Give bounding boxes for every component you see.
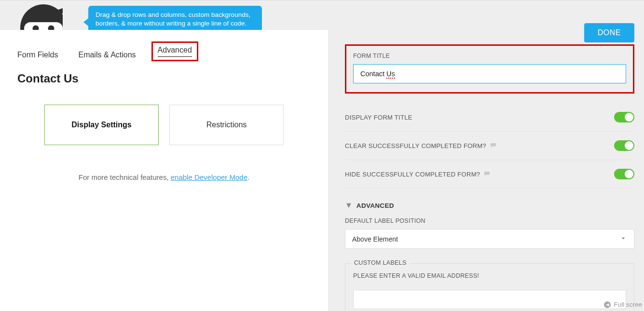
form-title-input[interactable]: Contact Us <box>353 64 626 83</box>
clear-completed-toggle[interactable] <box>614 140 634 151</box>
right-panel: FORM TITLE Contact Us DISPLAY FORM TITLE… <box>328 30 644 311</box>
developer-mode-note: For more technical features, enable Deve… <box>0 145 328 181</box>
advanced-section-header[interactable]: ▼ ADVANCED <box>345 189 634 215</box>
ninja-logo <box>10 1 63 30</box>
enable-developer-mode-link[interactable]: enable Developer Mode <box>171 173 247 181</box>
hint-icon[interactable] <box>484 171 490 177</box>
option-cards: Display Settings Restrictions <box>0 85 328 145</box>
page-title: Contact Us <box>0 61 328 85</box>
arrow-left-icon: ◄ <box>604 301 611 308</box>
fullscreen-label: Full scree <box>614 301 642 308</box>
tab-emails-actions[interactable]: Emails & Actions <box>78 51 136 61</box>
default-label-position-select[interactable]: Above Element <box>345 229 634 249</box>
hide-completed-toggle[interactable] <box>614 169 634 179</box>
card-restrictions[interactable]: Restrictions <box>169 105 284 145</box>
row-clear-completed: CLEAR SUCCESSFULLY COMPLETED FORM? <box>345 132 634 160</box>
hide-completed-label: HIDE SUCCESSFULLY COMPLETED FORM? <box>345 171 480 178</box>
form-title-highlight: FORM TITLE Contact Us <box>345 44 634 94</box>
tab-form-fields[interactable]: Form Fields <box>17 51 58 61</box>
form-title-value-prefix: Contact <box>360 70 386 78</box>
clear-completed-label: CLEAR SUCCESSFULLY COMPLETED FORM? <box>345 142 486 149</box>
custom-labels-group: CUSTOM LABELS PLEASE ENTER A VALID EMAIL… <box>345 263 634 311</box>
advanced-section-title: ADVANCED <box>356 202 394 209</box>
dev-note-suffix: . <box>247 173 249 181</box>
advanced-tab-highlight: Advanced <box>151 41 198 61</box>
chevron-down-icon <box>619 234 627 243</box>
fullscreen-button[interactable]: ◄ Full scree <box>604 301 642 308</box>
row-display-form-title: DISPLAY FORM TITLE <box>345 103 634 132</box>
dev-note-prefix: For more technical features, <box>79 173 171 181</box>
custom-labels-title: CUSTOM LABELS <box>351 259 410 266</box>
svg-rect-1 <box>24 22 63 30</box>
tab-advanced[interactable]: Advanced <box>158 46 192 57</box>
default-label-position-label: DEFAULT LABEL POSITION <box>345 215 634 229</box>
form-title-value-spell: Us <box>386 70 395 79</box>
settings-tabs: Form Fields Emails & Actions Advanced <box>0 30 328 61</box>
card-display-settings[interactable]: Display Settings <box>44 105 159 145</box>
chevron-down-icon: ▼ <box>345 201 353 210</box>
row-hide-completed: HIDE SUCCESSFULLY COMPLETED FORM? <box>345 160 634 189</box>
custom-email-label: PLEASE ENTER A VALID EMAIL ADDRESS! <box>353 272 626 284</box>
default-label-position-value: Above Element <box>352 235 398 243</box>
form-title-label: FORM TITLE <box>353 53 626 59</box>
display-form-title-toggle[interactable] <box>614 112 634 122</box>
display-form-title-label: DISPLAY FORM TITLE <box>345 114 412 121</box>
left-panel: Form Fields Emails & Actions Advanced Co… <box>0 30 328 311</box>
layouts-tooltip: Drag & drop rows and columns, custom bac… <box>88 6 262 33</box>
hint-icon[interactable] <box>490 143 496 149</box>
custom-email-input[interactable] <box>353 290 626 309</box>
